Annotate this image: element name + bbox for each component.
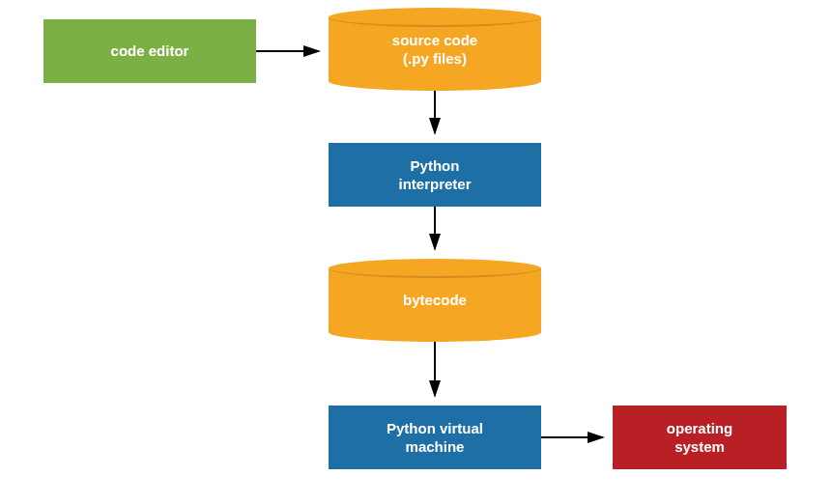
node-label: code editor [111, 42, 189, 61]
node-label: Python interpreter [398, 156, 471, 194]
node-python-interpreter: Python interpreter [329, 143, 541, 207]
arrow-interpreter-to-bytecode [425, 207, 445, 259]
node-label: operating system [667, 419, 732, 457]
node-label: source code (.py files) [392, 31, 477, 69]
node-python-vm: Python virtual machine [329, 406, 541, 469]
node-label: bytecode [403, 291, 467, 310]
arrow-source-to-interpreter [425, 91, 445, 143]
arrow-editor-to-source [256, 42, 329, 61]
arrow-bytecode-to-vm [425, 342, 445, 406]
node-bytecode: bytecode [329, 268, 541, 332]
node-label: Python virtual machine [387, 419, 483, 457]
node-code-editor: code editor [43, 19, 256, 83]
node-operating-system: operating system [613, 406, 787, 469]
node-source-code: source code (.py files) [329, 17, 541, 81]
arrow-vm-to-os [541, 428, 613, 447]
